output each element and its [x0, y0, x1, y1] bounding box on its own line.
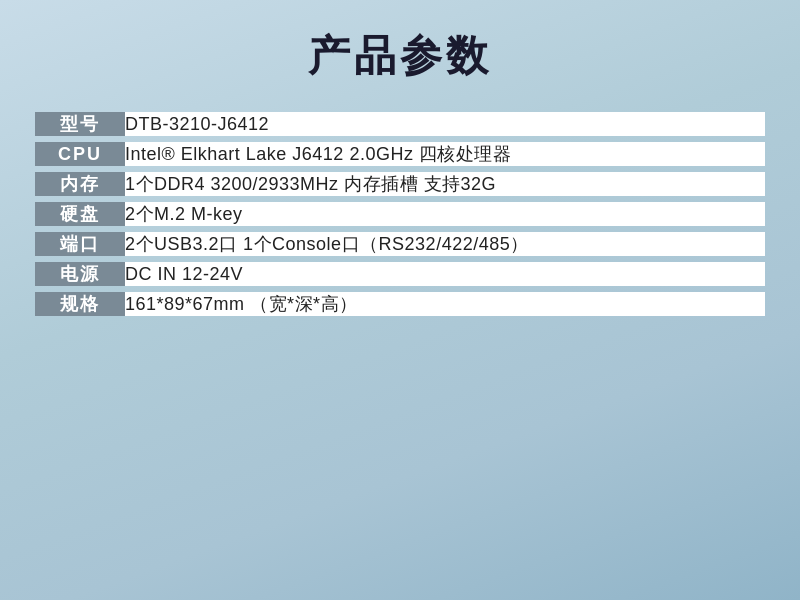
- spec-value: DTB-3210-J6412: [125, 112, 765, 136]
- spec-label: 电源: [35, 262, 125, 286]
- table-row: 内存1个DDR4 3200/2933MHz 内存插槽 支持32G: [35, 172, 765, 196]
- spec-label: 硬盘: [35, 202, 125, 226]
- spec-label: CPU: [35, 142, 125, 166]
- spec-value: Intel® Elkhart Lake J6412 2.0GHz 四核处理器: [125, 142, 765, 166]
- page-title: 产品参数: [308, 28, 492, 84]
- table-row: 型号DTB-3210-J6412: [35, 112, 765, 136]
- spec-value: 1个DDR4 3200/2933MHz 内存插槽 支持32G: [125, 172, 765, 196]
- spec-value: 2个USB3.2口 1个Console口（RS232/422/485）: [125, 232, 765, 256]
- spec-value: DC IN 12-24V: [125, 262, 765, 286]
- spec-label: 内存: [35, 172, 125, 196]
- spec-label: 规格: [35, 292, 125, 316]
- table-row: 硬盘2个M.2 M-key: [35, 202, 765, 226]
- spec-value: 2个M.2 M-key: [125, 202, 765, 226]
- table-row: 规格161*89*67mm （宽*深*高）: [35, 292, 765, 316]
- spec-table: 型号DTB-3210-J6412CPUIntel® Elkhart Lake J…: [35, 106, 765, 322]
- table-row: 端口2个USB3.2口 1个Console口（RS232/422/485）: [35, 232, 765, 256]
- table-row: CPUIntel® Elkhart Lake J6412 2.0GHz 四核处理…: [35, 142, 765, 166]
- table-row: 电源DC IN 12-24V: [35, 262, 765, 286]
- spec-label: 端口: [35, 232, 125, 256]
- spec-label: 型号: [35, 112, 125, 136]
- spec-value: 161*89*67mm （宽*深*高）: [125, 292, 765, 316]
